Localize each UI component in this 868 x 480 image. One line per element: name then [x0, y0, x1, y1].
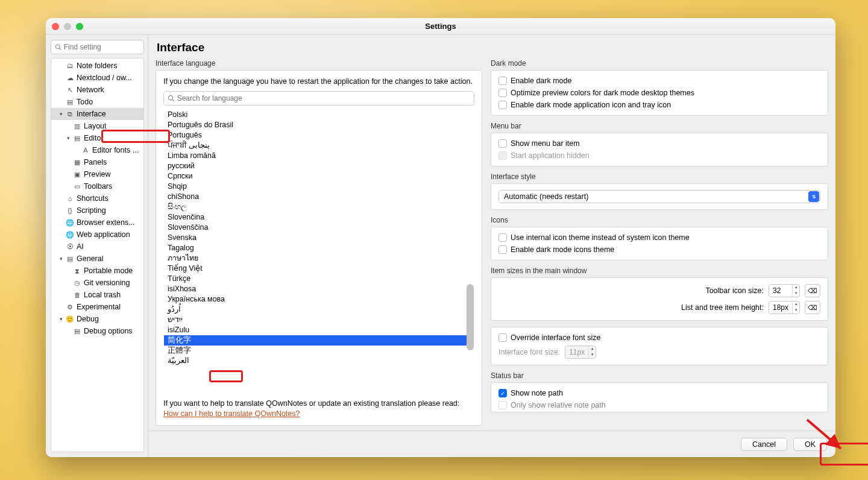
titlebar: Settings — [46, 18, 835, 35]
lang-item[interactable]: Svenska — [164, 233, 474, 243]
lang-item[interactable]: chiShona — [164, 192, 474, 202]
label: Enable dark mode application icon and tr… — [511, 101, 671, 109]
optimize-preview-colors[interactable]: Optimize preview colors for dark mode de… — [498, 89, 820, 97]
tree-item-panels[interactable]: ▦Panels — [51, 156, 143, 168]
label: Use internal icon theme instead of syste… — [511, 233, 690, 242]
list-height-spin[interactable]: 18px▴▾ — [769, 301, 800, 314]
lang-item[interactable]: Slovenčina — [164, 212, 474, 223]
fontsize-spin: 11px▴▾ — [565, 346, 596, 359]
tree-item-local-trash[interactable]: 🗑Local trash — [51, 289, 143, 301]
toolbar-size-label: Toolbar icon size: — [705, 286, 764, 295]
lang-search-input[interactable] — [177, 94, 470, 103]
select-value: Automatic (needs restart) — [504, 192, 588, 201]
lang-item[interactable]: ภาษาไทย — [164, 253, 474, 264]
use-internal-icons[interactable]: Use internal icon theme instead of syste… — [498, 233, 820, 242]
lang-item[interactable]: Português do Brasil — [164, 120, 474, 130]
tree-item-debug[interactable]: ▾🙂Debug — [51, 313, 143, 325]
language-list[interactable]: PolskiPortuguês do BrasilPortuguêsਪੰਜਾਬੀ… — [163, 109, 474, 392]
darkmode-title: Dark mode — [491, 59, 828, 68]
lang-item[interactable]: isiZulu — [164, 325, 474, 335]
lang-item[interactable]: Limba română — [164, 151, 474, 161]
cancel-button[interactable]: Cancel — [741, 438, 787, 451]
search-icon — [168, 95, 175, 102]
tree-item-editor-fonts[interactable]: AEditor fonts ... — [51, 144, 143, 156]
lang-item[interactable]: isiXhosa — [164, 284, 474, 294]
enable-dark-mode[interactable]: Enable dark mode — [498, 77, 820, 85]
tree-item-scripting[interactable]: {}Scripting — [51, 204, 143, 216]
tree-item-toolbars[interactable]: ▭Toolbars — [51, 180, 143, 192]
tree-item-debug-options[interactable]: ▤Debug options — [51, 325, 143, 337]
dialog-footer: Cancel OK — [148, 431, 835, 457]
tree-item-browser-extens[interactable]: 🌐Browser extens... — [51, 216, 143, 229]
tree-item-git-versioning[interactable]: ◷Git versioning — [51, 277, 143, 289]
enable-dark-app-icon[interactable]: Enable dark mode application icon and tr… — [498, 101, 820, 109]
ok-button[interactable]: OK — [793, 438, 827, 451]
tree-item-ai[interactable]: ⦿AI — [51, 241, 143, 253]
lang-item[interactable]: Українська мова — [164, 294, 474, 305]
lang-item[interactable]: Türkçe — [164, 274, 474, 284]
label: Show note path — [511, 389, 563, 397]
interface-style-select[interactable]: Automatic (needs restart) ⇅ — [498, 190, 820, 203]
lang-item[interactable]: Polski — [164, 110, 474, 120]
lang-item[interactable]: ਪੰਜਾਬੀ پنجابی — [164, 141, 474, 151]
search-icon — [55, 43, 61, 51]
lang-item[interactable]: русский — [164, 161, 474, 171]
list-height-reset[interactable]: ⌫ — [805, 301, 820, 314]
toolbar-size-reset[interactable]: ⌫ — [805, 284, 820, 297]
show-note-path[interactable]: ✓Show note path — [498, 389, 820, 397]
svg-point-0 — [55, 45, 60, 49]
toolbar-size-spin[interactable]: 32▴▾ — [769, 284, 800, 297]
label: Enable dark mode — [511, 77, 571, 85]
value: 32 — [773, 286, 781, 295]
scrollbar-thumb[interactable] — [467, 284, 474, 350]
lang-item[interactable]: Tagalog — [164, 243, 474, 253]
enable-dark-icons[interactable]: Enable dark mode icons theme — [498, 245, 820, 254]
lang-item[interactable]: Shqip — [164, 182, 474, 192]
tree-item-editor[interactable]: ▾▤Editor — [51, 132, 143, 144]
value: 18px — [773, 303, 788, 312]
lang-item[interactable]: 正體字 — [164, 346, 474, 356]
chevron-updown-icon: ⇅ — [808, 191, 819, 202]
sizes-title: Item sizes in the main window — [491, 267, 828, 275]
tree-item-preview[interactable]: ▣Preview — [51, 168, 143, 180]
style-title: Interface style — [491, 172, 828, 181]
label: Only show relative note path — [511, 401, 606, 409]
lang-item[interactable]: Tiếng Việt — [164, 264, 474, 274]
tree-item-experimental[interactable]: ⚙︎Experimental — [51, 301, 143, 313]
tree-item-network[interactable]: ↖︎Network — [51, 84, 143, 96]
lang-item[interactable]: සිංහල — [164, 202, 474, 212]
status-title: Status bar — [491, 371, 828, 380]
lang-item[interactable]: Slovenščina — [164, 223, 474, 233]
lang-item[interactable]: Српски — [164, 171, 474, 182]
translate-note-text: If you want to help to translate QOwnNot… — [163, 399, 459, 408]
tree-item-portable-mode[interactable]: ⧗Portable mode — [51, 265, 143, 277]
sidebar-search-input[interactable] — [64, 43, 140, 51]
page-title: Interface — [148, 35, 835, 59]
tree-item-todo[interactable]: ▤Todo — [51, 96, 143, 108]
show-menubar-item[interactable]: Show menu bar item — [498, 139, 820, 148]
tree-item-note-folders[interactable]: 🗂Note folders — [51, 60, 143, 72]
override-font-size[interactable]: Override interface font size — [498, 333, 820, 342]
lang-item[interactable]: ייִדיש — [164, 315, 474, 325]
tree-item-shortcuts[interactable]: ⌂Shortcuts — [51, 192, 143, 204]
tree-item-nextcloud-ow[interactable]: ☁︎Nextcloud / ow... — [51, 72, 143, 84]
value: 11px — [569, 348, 585, 356]
only-relative-path[interactable]: Only show relative note path — [498, 401, 820, 409]
label: Override interface font size — [511, 333, 600, 342]
start-hidden: Start application hidden — [498, 151, 820, 160]
tree-item-layout[interactable]: ▥Layout — [51, 120, 143, 132]
tree-item-general[interactable]: ▾▤General — [51, 253, 143, 265]
lang-search[interactable] — [163, 91, 474, 106]
lang-item[interactable]: العربيّة — [164, 356, 474, 366]
settings-tree[interactable]: 🗂Note folders☁︎Nextcloud / ow...↖︎Networ… — [51, 58, 144, 452]
sidebar-search[interactable] — [51, 40, 144, 54]
lang-item[interactable]: 简化字 — [164, 335, 474, 346]
lang-item[interactable]: اُردُو — [164, 305, 474, 315]
svg-line-3 — [172, 99, 174, 101]
tree-item-interface[interactable]: ▾⧉Interface — [51, 108, 143, 120]
tree-item-web-application[interactable]: 🌐Web application — [51, 229, 143, 241]
lang-section-title: Interface language — [156, 59, 482, 68]
list-height-label: List and tree item height: — [681, 303, 764, 312]
lang-item[interactable]: Português — [164, 130, 474, 141]
translate-link[interactable]: How can I help to translate QOwnNotes? — [163, 409, 300, 418]
